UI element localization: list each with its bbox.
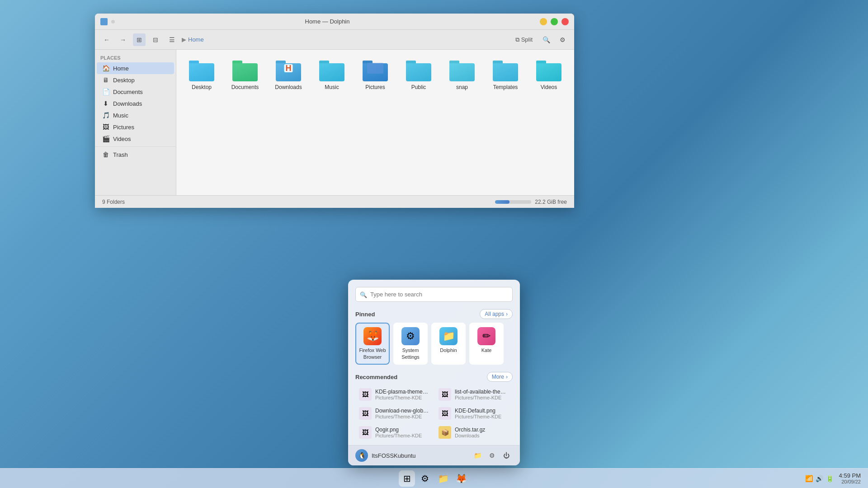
sidebar-item-desktop[interactable]: 🖥 Desktop <box>97 74 174 86</box>
minimize-button[interactable]: – <box>540 18 547 25</box>
folder-body <box>319 63 344 81</box>
rec-path-1: Pictures/Theme-KDE <box>375 395 429 400</box>
back-button[interactable]: ← <box>100 33 113 46</box>
rec-icon-4: 🖼 <box>439 407 451 420</box>
config-button[interactable]: ⚙ <box>556 33 569 46</box>
close-button[interactable]: × <box>561 18 569 25</box>
file-item-documents[interactable]: Documents <box>227 57 263 95</box>
recommended-title: Recommended <box>355 374 397 380</box>
folder-body <box>536 63 561 81</box>
battery-icon[interactable]: 🔋 <box>826 475 834 482</box>
taskbar-settings-button[interactable]: ⚙ <box>417 470 433 487</box>
recommended-list: 🖼 KDE-plasma-themes-folde... Pictures/Th… <box>355 385 513 441</box>
taskbar-firefox-button[interactable]: 🦊 <box>453 470 469 487</box>
pinned-app-dolphin[interactable]: 📁 Dolphin <box>431 323 466 365</box>
user-name: ItsFOSSKubuntu <box>372 452 416 459</box>
sidebar-item-label-videos: Videos <box>113 136 131 142</box>
recommended-item-orchis[interactable]: 📦 Orchis.tar.gz Downloads <box>435 423 513 441</box>
view-icons-button[interactable]: ⊞ <box>133 33 146 46</box>
file-item-videos[interactable]: Videos <box>531 57 567 95</box>
sidebar-item-pictures[interactable]: 🖼 Pictures <box>97 121 174 133</box>
dolphin-window: Home — Dolphin – □ × ← → ⊞ ⊟ ☰ ▶ Home ⧉ … <box>95 14 574 208</box>
pinned-app-system-settings[interactable]: ⚙ System Settings <box>393 323 428 365</box>
split-button[interactable]: ⧉ Split <box>512 34 536 45</box>
more-chevron: › <box>506 374 508 380</box>
sidebar-item-home[interactable]: 🏠 Home <box>97 62 174 74</box>
file-label-videos: Videos <box>541 84 557 91</box>
recommended-item-qogir[interactable]: 🖼 Qogir.png Pictures/Theme-KDE <box>355 423 433 441</box>
search-button[interactable]: 🔍 <box>540 33 552 46</box>
file-item-templates[interactable]: Templates <box>487 57 524 95</box>
folder-count: 9 Folders <box>102 199 125 205</box>
pictures-icon: 🖼 <box>102 123 109 131</box>
taskbar-dolphin-button[interactable]: 📁 <box>435 470 451 487</box>
recommended-header: Recommended More › <box>355 372 513 382</box>
taskbar-system-tray: 📶 🔊 🔋 <box>805 475 834 482</box>
sidebar-item-downloads[interactable]: ⬇ Downloads <box>97 98 174 109</box>
folder-icon-music <box>319 61 344 81</box>
view-compact-button[interactable]: ⊟ <box>149 33 162 46</box>
window-body: Places 🏠 Home 🖥 Desktop 📄 Documents ⬇ Do… <box>95 50 574 195</box>
launcher-files-button[interactable]: 📁 <box>471 449 484 462</box>
maximize-button[interactable]: □ <box>551 18 558 25</box>
breadcrumb: ▶ Home <box>182 36 508 43</box>
window-title: Home — Dolphin <box>115 18 540 25</box>
folder-body <box>406 63 431 81</box>
file-item-public[interactable]: Public <box>401 57 437 95</box>
sidebar-item-music[interactable]: 🎵 Music <box>97 109 174 121</box>
split-label: Split <box>521 36 533 43</box>
sidebar-item-trash[interactable]: 🗑 Trash <box>97 149 174 160</box>
recommended-item-kde-default[interactable]: 🖼 KDE-Default.png Pictures/Theme-KDE <box>435 404 513 422</box>
taskbar-start-button[interactable]: ⊞ <box>399 470 415 487</box>
network-icon[interactable]: 📶 <box>805 475 813 482</box>
launcher-power-button[interactable]: ⏻ <box>500 449 513 462</box>
breadcrumb-home[interactable]: Home <box>188 36 204 43</box>
file-label-pictures: Pictures <box>365 84 385 91</box>
launcher-search-input[interactable] <box>355 287 513 302</box>
folder-icon-snap <box>449 61 475 81</box>
recommended-item-list-themes[interactable]: 🖼 list-of-available-themes-i... Pictures… <box>435 385 513 404</box>
pinned-app-firefox[interactable]: 🦊 Firefox Web Browser <box>355 323 390 365</box>
pinned-section: Pinned All apps › 🦊 Firefox Web Browser … <box>348 305 520 368</box>
rec-icon-5: 🖼 <box>359 426 372 439</box>
rec-info-4: KDE-Default.png Pictures/Theme-KDE <box>455 408 509 419</box>
file-item-downloads[interactable]: H Downloads <box>270 57 307 95</box>
all-apps-chevron: › <box>506 311 508 317</box>
launcher-search-icon: 🔍 <box>360 291 367 298</box>
folder-icon-videos <box>536 61 561 81</box>
rec-info-2: list-of-available-themes-i... Pictures/T… <box>455 389 509 400</box>
file-label-downloads: Downloads <box>275 84 302 91</box>
file-item-music[interactable]: Music <box>314 57 350 95</box>
recommended-row-1: 🖼 KDE-plasma-themes-folde... Pictures/Th… <box>355 385 513 404</box>
rec-icon-3: 🖼 <box>359 407 372 420</box>
file-label-music: Music <box>325 84 339 91</box>
forward-button[interactable]: → <box>117 33 129 46</box>
file-item-desktop[interactable]: Desktop <box>184 57 220 95</box>
file-item-pictures[interactable]: Pictures <box>357 57 393 95</box>
clock-time: 4:59 PM <box>839 472 861 479</box>
view-list-button[interactable]: ☰ <box>165 33 178 46</box>
downloads-h-badge: H <box>284 64 293 72</box>
folder-icon-templates <box>493 61 518 81</box>
launcher-settings-button[interactable]: ⚙ <box>486 449 498 462</box>
sidebar-item-documents[interactable]: 📄 Documents <box>97 86 174 98</box>
places-label: Places <box>95 53 176 62</box>
volume-icon[interactable]: 🔊 <box>816 475 823 482</box>
recommended-item-download-global[interactable]: 🖼 Download-new-global-t... Pictures/Them… <box>355 404 433 422</box>
file-label-templates: Templates <box>493 84 518 91</box>
rec-name-6: Orchis.tar.gz <box>455 427 509 433</box>
sidebar-item-videos[interactable]: 🎬 Videos <box>97 133 174 145</box>
titlebar-left <box>100 18 115 25</box>
window-dot <box>111 20 115 23</box>
rec-icon-1: 🖼 <box>359 388 372 401</box>
sidebar-item-label-downloads: Downloads <box>113 100 142 107</box>
storage-bar: 22.2 GiB free <box>495 199 567 205</box>
rec-name-4: KDE-Default.png <box>455 408 509 414</box>
file-item-snap[interactable]: snap <box>444 57 480 95</box>
file-label-documents: Documents <box>231 84 259 91</box>
all-apps-button[interactable]: All apps › <box>480 309 513 319</box>
breadcrumb-arrow: ▶ <box>182 36 186 43</box>
more-button[interactable]: More › <box>487 372 513 382</box>
recommended-item-kde-themes-folder[interactable]: 🖼 KDE-plasma-themes-folde... Pictures/Th… <box>355 385 433 404</box>
pinned-app-kate[interactable]: ✏ Kate <box>469 323 504 365</box>
